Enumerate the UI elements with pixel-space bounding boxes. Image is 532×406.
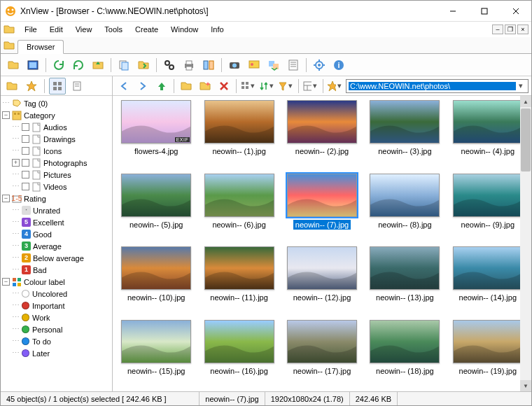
tree-row[interactable]: ⋯Later bbox=[1, 347, 112, 359]
thumbnail-item[interactable]: neowin-- (12).jpg bbox=[284, 246, 360, 314]
thumbnail-image[interactable]: EXIF bbox=[121, 100, 191, 144]
thumbnail-item[interactable]: neowin-- (15).jpg bbox=[118, 320, 194, 388]
thumbnail-item[interactable]: neowin-- (16).jpg bbox=[201, 320, 276, 388]
menu-create[interactable]: Create bbox=[130, 24, 164, 35]
slideshow-button[interactable] bbox=[246, 57, 262, 74]
thumbnail-item[interactable]: neowin-- (4).jpg bbox=[450, 100, 526, 168]
thumbnail-item[interactable]: neowin-- (17).jpg bbox=[284, 320, 360, 388]
tree-favorites-button[interactable] bbox=[23, 78, 40, 94]
thumbnail-item[interactable]: neowin-- (8).jpg bbox=[367, 174, 442, 241]
nav-back-button[interactable] bbox=[115, 78, 132, 94]
thumbnail-image[interactable] bbox=[287, 174, 357, 217]
mdi-restore-button[interactable]: ❐ bbox=[505, 24, 516, 34]
nav-open-button[interactable] bbox=[178, 78, 195, 94]
search-button[interactable] bbox=[161, 57, 178, 74]
thumbnail-item[interactable]: neowin-- (5).jpg bbox=[118, 174, 194, 241]
filter-button[interactable]: ▾ bbox=[278, 78, 295, 94]
thumbnail-image[interactable] bbox=[453, 100, 523, 144]
tree-row[interactable]: ⋯Work bbox=[1, 312, 112, 323]
thumbnail-image[interactable] bbox=[287, 100, 357, 144]
tree-row[interactable]: ⋯5Excellent bbox=[1, 216, 112, 228]
tree-row[interactable]: ⋯Important bbox=[1, 300, 112, 312]
capture-button[interactable] bbox=[226, 57, 243, 74]
mdi-minimize-button[interactable]: – bbox=[492, 24, 503, 34]
nav-delete-button[interactable] bbox=[216, 78, 232, 94]
menu-file[interactable]: File bbox=[19, 24, 43, 35]
thumbnail-image[interactable] bbox=[121, 246, 191, 290]
tree-row[interactable]: −Colour label bbox=[1, 276, 112, 288]
thumbnail-item[interactable]: EXIF flowers-4.jpg bbox=[118, 100, 194, 168]
thumbnail-image[interactable] bbox=[204, 100, 274, 144]
tab-browser[interactable]: Browser bbox=[18, 40, 64, 54]
thumbnail-item[interactable]: neowin-- (3).jpg bbox=[367, 100, 442, 168]
thumbnail-item[interactable]: neowin-- (1).jpg bbox=[201, 100, 276, 168]
thumbnail-image[interactable] bbox=[204, 246, 274, 290]
tree-row[interactable]: ⋯1Bad bbox=[1, 264, 112, 276]
tree-row[interactable]: ⋯·Unrated bbox=[1, 204, 112, 216]
layout-button[interactable]: ▾ bbox=[302, 78, 319, 94]
scroll-down-button[interactable]: ▼ bbox=[520, 380, 531, 391]
menu-edit[interactable]: Edit bbox=[44, 24, 69, 35]
thumbnail-item[interactable]: neowin-- (19).jpg bbox=[450, 320, 526, 388]
tree-row[interactable]: ⋯4Good bbox=[1, 228, 112, 240]
nav-up-button[interactable] bbox=[153, 78, 170, 94]
tree-row[interactable]: ⋯Drawings bbox=[1, 133, 112, 145]
tree-info-button[interactable] bbox=[69, 78, 85, 94]
tree-row[interactable]: ⋯Videos bbox=[1, 181, 112, 192]
maximize-button[interactable] bbox=[468, 1, 500, 21]
thumbnail-image[interactable] bbox=[370, 174, 440, 217]
refresh-button[interactable] bbox=[50, 57, 67, 74]
thumbnail-image[interactable] bbox=[453, 320, 523, 363]
tree-row[interactable]: ⋯Uncolored bbox=[1, 288, 112, 300]
thumbnail-item[interactable]: neowin-- (2).jpg bbox=[284, 100, 360, 168]
scrollbar[interactable]: ▲ ▼ bbox=[520, 96, 531, 391]
menu-view[interactable]: View bbox=[70, 24, 98, 35]
thumbnail-item[interactable]: neowin-- (6).jpg bbox=[201, 174, 276, 241]
thumbnail-item[interactable]: neowin-- (11).jpg bbox=[201, 246, 276, 314]
thumbnail-item[interactable]: neowin-- (18).jpg bbox=[367, 320, 442, 388]
thumbnail-item[interactable]: neowin-- (14).jpg bbox=[450, 246, 526, 314]
nav-forward-button[interactable] bbox=[134, 78, 151, 94]
thumbnail-image[interactable] bbox=[370, 246, 440, 290]
tree-row[interactable]: ⋯Pictures bbox=[1, 169, 112, 181]
thumbnail-image[interactable] bbox=[204, 320, 274, 363]
category-tree[interactable]: ⋯Tag (0)−Category⋯Audios⋯Drawings⋯Icons+… bbox=[1, 96, 112, 391]
thumbnail-image[interactable] bbox=[287, 320, 357, 363]
thumbnail-image[interactable] bbox=[121, 320, 191, 363]
batch-button[interactable] bbox=[285, 57, 302, 74]
thumbnail-image[interactable] bbox=[287, 246, 357, 290]
mdi-close-button[interactable]: × bbox=[517, 24, 528, 34]
tree-row[interactable]: −Category bbox=[1, 109, 112, 121]
copy-button[interactable] bbox=[115, 57, 132, 74]
acquire-button[interactable] bbox=[90, 57, 106, 74]
thumbnail-grid[interactable]: EXIF flowers-4.jpg neowin-- (1).jpg neow… bbox=[113, 96, 531, 391]
menu-tools[interactable]: Tools bbox=[99, 24, 128, 35]
menu-window[interactable]: Window bbox=[165, 24, 204, 35]
convert-button[interactable] bbox=[265, 57, 282, 74]
close-button[interactable] bbox=[500, 1, 531, 21]
thumbnail-image[interactable] bbox=[370, 100, 440, 144]
thumbnail-image[interactable] bbox=[204, 174, 274, 217]
path-input[interactable]: C:\www.NEOWIN.net\photos\▾ bbox=[346, 79, 528, 93]
view-mode-button[interactable]: ▾ bbox=[240, 78, 257, 94]
info-button[interactable]: i bbox=[330, 57, 347, 74]
tree-categories-button[interactable] bbox=[49, 78, 66, 94]
tree-row[interactable]: ⋯To do bbox=[1, 335, 112, 347]
menu-info[interactable]: Info bbox=[205, 24, 229, 35]
tree-row[interactable]: ⋯Icons bbox=[1, 145, 112, 157]
settings-button[interactable] bbox=[311, 57, 328, 74]
tree-row[interactable]: ⋯Audios bbox=[1, 121, 112, 133]
thumbnail-image[interactable] bbox=[453, 246, 523, 290]
compare-button[interactable] bbox=[200, 57, 217, 74]
thumbnail-item[interactable]: neowin-- (10).jpg bbox=[118, 246, 194, 314]
tree-row[interactable]: −1-5Rating bbox=[1, 192, 112, 204]
scroll-thumb[interactable] bbox=[521, 108, 531, 172]
refresh-back-button[interactable] bbox=[70, 57, 87, 74]
thumbnail-image[interactable] bbox=[121, 174, 191, 217]
fullscreen-button[interactable] bbox=[24, 57, 41, 74]
move-button[interactable] bbox=[135, 57, 152, 74]
nav-new-button[interactable] bbox=[197, 78, 214, 94]
tree-row[interactable]: ⋯3Average bbox=[1, 240, 112, 252]
tree-row[interactable]: +Photographs bbox=[1, 157, 112, 169]
thumbnail-image[interactable] bbox=[370, 320, 440, 363]
